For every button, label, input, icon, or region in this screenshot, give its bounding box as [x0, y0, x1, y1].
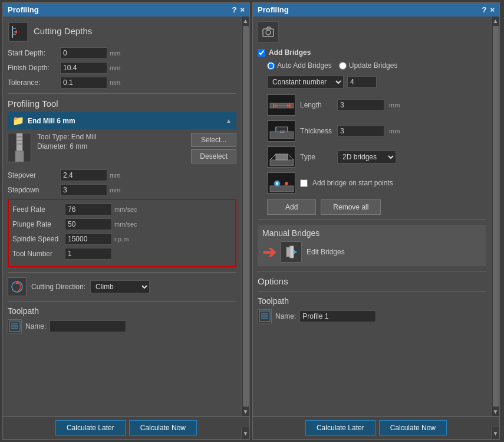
remove-all-button[interactable]: Remove all — [321, 199, 381, 215]
right-help-icon[interactable]: ? — [482, 5, 486, 14]
right-calc-later-button[interactable]: Calculate Later — [305, 420, 375, 436]
plunge-rate-input[interactable] — [65, 218, 112, 230]
scroll-down-icon[interactable]: ▼ — [243, 408, 249, 415]
tool-details-row: Tool Type: End Mill Diameter: 6 mm Selec… — [8, 133, 236, 163]
type-thumb — [267, 146, 295, 168]
tool-info: Tool Type: End Mill Diameter: 6 mm — [37, 133, 185, 152]
spindle-speed-input[interactable] — [65, 233, 112, 245]
left-toolpath-icon — [8, 319, 22, 333]
left-help-icon[interactable]: ? — [232, 5, 236, 14]
update-bridges-radio[interactable] — [339, 62, 347, 70]
left-panel: Profiling ? × Cutting Depths — [2, 2, 250, 440]
deselect-button[interactable]: Deselect — [191, 149, 236, 163]
feed-rate-label: Feed Rate — [12, 205, 62, 214]
left-scrollbar[interactable]: ▲ ▼ — [241, 17, 249, 416]
right-scroll-thumb[interactable] — [493, 26, 499, 407]
tool-bar[interactable]: 📁 End Mill 6 mm ▲ — [8, 112, 236, 129]
tool-number-input[interactable] — [65, 248, 112, 260]
start-depth-unit: mm — [110, 50, 120, 57]
svg-rect-45 — [259, 311, 270, 322]
cutting-dir-label: Cutting Direction: — [31, 283, 85, 291]
svg-text:12: 12 — [279, 129, 285, 134]
start-depth-label: Start Depth: — [8, 49, 58, 57]
select-button[interactable]: Select... — [191, 133, 236, 147]
finish-depth-input[interactable] — [60, 62, 107, 74]
bridges-radio-row: Auto Add Bridges Update Bridges — [267, 61, 486, 70]
left-calc-later-button[interactable]: Calculate Later — [55, 420, 126, 436]
spindle-speed-row: Spindle Speed r.p.m — [12, 233, 232, 245]
left-toolpath-section: Toolpath Name: — [8, 306, 236, 333]
right-scroll-content: Add Bridges Auto Add Bridges Update Brid… — [253, 17, 491, 416]
left-panel-footer: Calculate Later Calculate Now ▼ — [3, 416, 249, 439]
tool-thumbnail — [8, 133, 31, 162]
left-scroll-down-footer[interactable]: ▼ — [241, 427, 249, 439]
type-select[interactable]: 2D bridges 3D bridges — [337, 150, 396, 163]
right-close-icon[interactable]: × — [490, 5, 495, 14]
svg-rect-43 — [290, 246, 294, 258]
right-scroll-down-footer[interactable]: ▼ — [491, 427, 499, 439]
cutting-depths-section: Cutting Depths Start Depth: mm Finish De… — [8, 21, 236, 89]
update-bridges-item: Update Bridges — [339, 61, 398, 70]
thickness-input[interactable] — [337, 125, 384, 137]
right-toolpath-name-input[interactable] — [299, 310, 376, 322]
cutting-depths-icon — [8, 21, 29, 42]
tool-type-text: Tool Type: End Mill — [37, 133, 185, 141]
scroll-up-icon[interactable]: ▲ — [243, 18, 249, 24]
cutting-dir-select[interactable]: Climb Conventional — [90, 280, 150, 293]
svg-rect-6 — [15, 151, 24, 162]
left-toolpath-name-input[interactable] — [50, 320, 126, 332]
length-input[interactable] — [337, 99, 384, 111]
left-panel-header-icons: ? × — [232, 5, 245, 14]
start-depth-input[interactable] — [60, 47, 107, 59]
right-scrollbar[interactable]: ▲ ▼ — [491, 17, 499, 416]
top-icon-row — [258, 21, 486, 42]
feed-rate-input[interactable] — [65, 204, 112, 215]
tolerance-input[interactable] — [60, 77, 107, 89]
right-scroll-up-icon[interactable]: ▲ — [493, 18, 499, 24]
stepover-input[interactable] — [60, 169, 107, 181]
start-points-thumb — [267, 172, 295, 194]
finish-depth-unit: mm — [110, 64, 120, 71]
svg-point-40 — [276, 182, 278, 185]
right-panel-header-icons: ? × — [482, 5, 495, 14]
stepdown-input[interactable] — [60, 184, 107, 196]
add-bridges-label: Add Bridges — [269, 48, 311, 57]
right-calc-now-button[interactable]: Calculate Now — [379, 420, 447, 436]
left-panel-header: Profiling ? × — [3, 3, 249, 17]
left-close-icon[interactable]: × — [240, 5, 245, 14]
finish-depth-label: Finish Depth: — [8, 64, 58, 72]
add-bridge-start-label: Add bridge on start points — [312, 179, 393, 187]
left-toolpath-name-label: Name: — [25, 322, 46, 330]
left-scroll-content: Cutting Depths Start Depth: mm Finish De… — [3, 17, 241, 416]
add-bridges-checkbox[interactable] — [258, 49, 265, 57]
svg-rect-33 — [270, 160, 294, 166]
spindle-speed-label: Spindle Speed — [12, 235, 62, 243]
stepdown-row: Stepdown mm — [8, 184, 236, 196]
tool-name: End Mill 6 mm — [28, 117, 75, 125]
stepover-section: Stepover mm Stepdown mm — [8, 169, 236, 196]
right-scroll-down-icon[interactable]: ▼ — [493, 408, 499, 415]
svg-point-41 — [285, 182, 288, 185]
type-label: Type — [300, 153, 332, 161]
const-dropdown[interactable]: Constant number — [267, 76, 344, 89]
scroll-thumb[interactable] — [243, 26, 249, 407]
add-bridge-start-checkbox[interactable] — [300, 179, 308, 187]
stepdown-unit: mm — [110, 186, 120, 194]
add-bridge-button[interactable]: Add — [267, 199, 316, 215]
tolerance-label: Tolerance: — [8, 78, 58, 87]
const-value-input[interactable] — [347, 76, 377, 88]
plunge-rate-unit: mm/sec — [114, 221, 137, 228]
right-toolpath-title: Toolpath — [258, 296, 289, 306]
thickness-thumb: 12 — [267, 120, 295, 142]
tool-number-row: Tool Number — [12, 248, 232, 260]
left-calc-now-button[interactable]: Calculate Now — [129, 420, 197, 436]
thickness-unit: mm — [389, 127, 400, 135]
right-panel-header: Profiling ? × — [253, 3, 499, 17]
profiling-tool-section: Profiling Tool 📁 End Mill 6 mm ▲ — [8, 99, 236, 267]
stepover-unit: mm — [110, 172, 120, 179]
auto-bridges-radio[interactable] — [267, 62, 275, 70]
tool-btn-group: Select... Deselect — [191, 133, 236, 163]
profiling-tool-title: Profiling Tool — [8, 99, 58, 109]
manual-bridges-section: Manual Bridges ➔ Edit Bridges — [258, 225, 486, 266]
right-panel-title: Profiling — [258, 5, 289, 14]
